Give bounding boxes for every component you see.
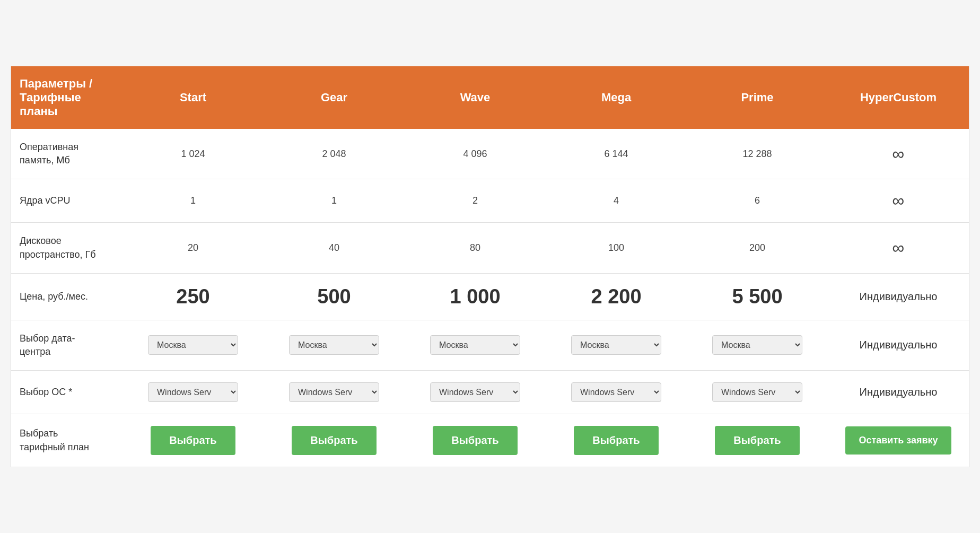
datacenter-select-wave[interactable]: Москва Санкт-Петербург Екатеринбург: [430, 335, 520, 355]
select-plan-prime: Выбрать: [687, 414, 828, 467]
select-button-wave[interactable]: Выбрать: [433, 426, 518, 455]
price-mega-value: 2 200: [591, 285, 641, 308]
ram-infinity: ∞: [892, 144, 905, 163]
datacenter-select-mega[interactable]: Москва Санкт-Петербург Екатеринбург: [571, 335, 661, 355]
disk-wave: 80: [405, 223, 546, 273]
select-plan-mega: Выбрать: [546, 414, 687, 467]
os-prime: Windows Serv Ubuntu CentOS Debian: [687, 371, 828, 414]
os-mega: Windows Serv Ubuntu CentOS Debian: [546, 371, 687, 414]
header-gear: Gear: [264, 66, 405, 129]
select-plan-start: Выбрать: [122, 414, 264, 467]
datacenter-mega: Москва Санкт-Петербург Екатеринбург: [546, 320, 687, 370]
cpu-mega: 4: [546, 179, 687, 223]
disk-label-text: Дисковое пространство, Гб: [20, 235, 96, 259]
cpu-prime: 6: [687, 179, 828, 223]
row-datacenter: Выбор дата- центра Москва Санкт-Петербур…: [11, 320, 969, 370]
header-row: Параметры / Тарифные планы Start Gear Wa…: [11, 66, 969, 129]
cpu-start: 1: [122, 179, 264, 223]
pricing-table: Параметры / Тарифные планы Start Gear Wa…: [11, 66, 969, 467]
header-wave: Wave: [405, 66, 546, 129]
ram-mega: 6 144: [546, 129, 687, 179]
select-plan-hypercustom: Оставить заявку: [828, 414, 969, 467]
os-select-start[interactable]: Windows Serv Ubuntu CentOS Debian: [148, 382, 238, 402]
select-plan-wave: Выбрать: [405, 414, 546, 467]
price-prime-value: 5 500: [732, 285, 782, 308]
cpu-gear: 1: [264, 179, 405, 223]
ram-start: 1 024: [122, 129, 264, 179]
disk-prime: 200: [687, 223, 828, 273]
disk-start: 20: [122, 223, 264, 273]
label-price: Цена, руб./мес.: [11, 273, 122, 320]
datacenter-wave: Москва Санкт-Петербург Екатеринбург: [405, 320, 546, 370]
disk-gear: 40: [264, 223, 405, 273]
cpu-wave: 2: [405, 179, 546, 223]
select-button-prime[interactable]: Выбрать: [715, 426, 800, 455]
header-mega: Mega: [546, 66, 687, 129]
select-button-mega[interactable]: Выбрать: [574, 426, 659, 455]
cpu-infinity: ∞: [892, 191, 905, 210]
price-start-value: 250: [176, 285, 209, 308]
os-start: Windows Serv Ubuntu CentOS Debian: [122, 371, 264, 414]
os-individual-text: Индивидуально: [860, 386, 938, 398]
disk-mega: 100: [546, 223, 687, 273]
price-gear-value: 500: [317, 285, 351, 308]
header-prime: Prime: [687, 66, 828, 129]
select-button-gear[interactable]: Выбрать: [292, 426, 377, 455]
ram-prime: 12 288: [687, 129, 828, 179]
select-plan-label-text: Выбрать тарифный план: [20, 428, 89, 452]
header-start: Start: [122, 66, 264, 129]
header-params: Параметры / Тарифные планы: [11, 66, 122, 129]
datacenter-select-gear[interactable]: Москва Санкт-Петербург Екатеринбург: [289, 335, 379, 355]
row-price: Цена, руб./мес. 250 500 1 000 2 200 5 50…: [11, 273, 969, 320]
datacenter-hypercustom: Индивидуально: [828, 320, 969, 370]
os-gear: Windows Serv Ubuntu CentOS Debian: [264, 371, 405, 414]
row-disk: Дисковое пространство, Гб 20 40 80 100 2…: [11, 223, 969, 273]
row-ram: Оперативная память, Мб 1 024 2 048 4 096…: [11, 129, 969, 179]
os-select-gear[interactable]: Windows Serv Ubuntu CentOS Debian: [289, 382, 379, 402]
datacenter-gear: Москва Санкт-Петербург Екатеринбург: [264, 320, 405, 370]
price-start: 250: [122, 273, 264, 320]
disk-infinity: ∞: [892, 238, 905, 257]
price-gear: 500: [264, 273, 405, 320]
price-wave-value: 1 000: [450, 285, 500, 308]
cpu-hypercustom: ∞: [828, 179, 969, 223]
price-mega: 2 200: [546, 273, 687, 320]
header-hypercustom: HyperCustom: [828, 66, 969, 129]
row-os: Выбор ОС * Windows Serv Ubuntu CentOS De…: [11, 371, 969, 414]
disk-hypercustom: ∞: [828, 223, 969, 273]
row-select-plan: Выбрать тарифный план Выбрать Выбрать Вы…: [11, 414, 969, 467]
datacenter-select-start[interactable]: Москва Санкт-Петербург Екатеринбург: [148, 335, 238, 355]
label-os: Выбор ОС *: [11, 371, 122, 414]
ram-hypercustom: ∞: [828, 129, 969, 179]
select-plan-gear: Выбрать: [264, 414, 405, 467]
label-datacenter: Выбор дата- центра: [11, 320, 122, 370]
os-select-mega[interactable]: Windows Serv Ubuntu CentOS Debian: [571, 382, 661, 402]
os-select-wave[interactable]: Windows Serv Ubuntu CentOS Debian: [430, 382, 520, 402]
ram-label-text: Оперативная память, Мб: [20, 142, 78, 165]
datacenter-start: Москва Санкт-Петербург Екатеринбург: [122, 320, 264, 370]
price-wave: 1 000: [405, 273, 546, 320]
os-hypercustom: Индивидуально: [828, 371, 969, 414]
ram-gear: 2 048: [264, 129, 405, 179]
price-hypercustom: Индивидуально: [828, 273, 969, 320]
label-disk: Дисковое пространство, Гб: [11, 223, 122, 273]
label-select-plan: Выбрать тарифный план: [11, 414, 122, 467]
os-select-prime[interactable]: Windows Serv Ubuntu CentOS Debian: [712, 382, 802, 402]
price-prime: 5 500: [687, 273, 828, 320]
datacenter-label-text: Выбор дата- центра: [20, 333, 75, 357]
label-cpu: Ядра vCPU: [11, 179, 122, 223]
datacenter-prime: Москва Санкт-Петербург Екатеринбург: [687, 320, 828, 370]
ram-wave: 4 096: [405, 129, 546, 179]
price-hypercustom-value: Индивидуально: [860, 291, 938, 302]
row-cpu: Ядра vCPU 1 1 2 4 6 ∞: [11, 179, 969, 223]
datacenter-individual-text: Индивидуально: [860, 339, 938, 351]
os-wave: Windows Serv Ubuntu CentOS Debian: [405, 371, 546, 414]
params-label: Параметры / Тарифные планы: [20, 77, 92, 118]
datacenter-select-prime[interactable]: Москва Санкт-Петербург Екатеринбург: [712, 335, 802, 355]
select-button-start[interactable]: Выбрать: [151, 426, 235, 455]
contact-button[interactable]: Оставить заявку: [845, 426, 951, 455]
label-ram: Оперативная память, Мб: [11, 129, 122, 179]
